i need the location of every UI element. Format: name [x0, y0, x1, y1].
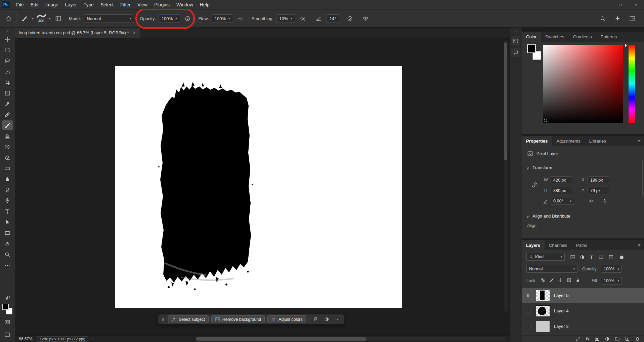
width-field[interactable]: 420 px — [551, 176, 572, 184]
search-button[interactable] — [598, 13, 608, 24]
dodge-tool[interactable] — [2, 185, 13, 195]
layers-blend-mode-select[interactable]: Normal ▾ — [526, 265, 577, 273]
tab-layers[interactable]: Layers — [522, 240, 545, 250]
tab-swatches[interactable]: Swatches — [541, 32, 568, 42]
tab-channels[interactable]: Channels — [545, 240, 572, 250]
new-group-button[interactable] — [615, 336, 620, 341]
lock-artboard-button[interactable] — [566, 277, 572, 283]
layer-visibility-toggle[interactable] — [522, 308, 534, 314]
menu-window[interactable]: Window — [173, 0, 197, 9]
layer-row[interactable]: Layer 3 — [522, 319, 644, 334]
clone-stamp-tool[interactable] — [2, 131, 13, 141]
y-field[interactable]: 79 px — [588, 187, 609, 194]
color-picker-cursor[interactable] — [544, 119, 547, 122]
zoom-tool[interactable] — [2, 250, 13, 259]
tab-libraries[interactable]: Libraries — [585, 136, 610, 146]
zoom-level[interactable]: 66.67% — [19, 337, 33, 341]
menu-file[interactable]: File — [13, 0, 27, 9]
tab-close-icon[interactable]: × — [133, 30, 136, 35]
vertical-scrollbar[interactable] — [504, 40, 508, 312]
pressure-opacity-button[interactable] — [183, 13, 193, 24]
section-chevron-icon[interactable]: ∨ — [526, 166, 529, 170]
filter-smart-objects-button[interactable] — [608, 254, 614, 261]
crop-tool[interactable] — [2, 77, 13, 87]
default-swap-colors-button[interactable] — [2, 294, 13, 301]
home-button[interactable] — [3, 13, 13, 24]
filter-type-layers-button[interactable]: T — [588, 254, 595, 261]
rectangle-tool[interactable] — [2, 228, 13, 238]
history-brush-tool[interactable] — [2, 142, 13, 152]
minimize-button[interactable]: — — [597, 0, 612, 9]
canvas-document[interactable] — [115, 66, 402, 308]
hand-tool[interactable] — [2, 239, 13, 249]
saturation-brightness-field[interactable] — [543, 45, 623, 123]
dock-collapse-button[interactable]: « — [515, 29, 517, 34]
panel-menu-icon[interactable]: ≡ — [635, 240, 644, 250]
close-button[interactable]: × — [628, 0, 644, 9]
layer-name[interactable]: Layer 3 — [554, 324, 568, 329]
menu-view[interactable]: View — [134, 0, 151, 9]
layer-row[interactable]: Layer 4 — [522, 303, 644, 318]
add-layer-mask-button[interactable] — [595, 336, 600, 341]
status-chevron-icon[interactable]: › — [92, 337, 94, 341]
filter-shape-layers-button[interactable] — [598, 254, 604, 261]
taskbar-contrast-button[interactable] — [323, 315, 331, 323]
quick-mask-button[interactable] — [2, 317, 13, 327]
tab-adjustments[interactable]: Adjustments — [552, 136, 585, 146]
flip-vertical-button[interactable] — [601, 197, 608, 205]
panel-menu-icon[interactable]: ≡ — [635, 136, 644, 146]
tab-properties[interactable]: Properties — [522, 136, 552, 146]
layer-filter-kind-select[interactable]: Kind ▾ — [526, 253, 565, 261]
brush-angle-field[interactable]: 14° — [327, 14, 339, 23]
lock-all-button[interactable] — [575, 277, 581, 283]
blend-mode-select[interactable]: Normal ▾ — [84, 14, 134, 23]
layer-name[interactable]: Layer 5 — [554, 293, 568, 298]
layer-name[interactable]: Layer 4 — [554, 308, 568, 313]
layer-row[interactable]: Layer 5 — [522, 288, 644, 303]
toggle-brush-settings-button[interactable] — [53, 13, 63, 24]
screen-mode-button[interactable] — [2, 330, 13, 339]
flow-select[interactable]: 100% ▾ — [212, 14, 233, 23]
foreground-color-swatch[interactable] — [527, 44, 536, 53]
tab-color[interactable]: Color — [522, 32, 541, 42]
eyedropper-tool[interactable] — [2, 99, 13, 109]
gradient-tool[interactable] — [2, 163, 13, 173]
tab-paths[interactable]: Paths — [572, 240, 592, 250]
layer-filter-toggle[interactable] — [620, 256, 624, 259]
document-tab[interactable]: long haired tuxedo cat.psd @ 66.7% (Laye… — [15, 28, 140, 38]
height-field[interactable]: 880 px — [551, 187, 572, 194]
edit-toolbar-button[interactable] — [2, 260, 13, 270]
layer-thumbnail[interactable] — [536, 305, 550, 317]
pasteboard[interactable]: Select subject Remove background Adjust … — [15, 38, 510, 335]
tab-gradients[interactable]: Gradients — [568, 32, 596, 42]
link-layers-button[interactable] — [575, 336, 581, 341]
workspace-switcher-button[interactable] — [627, 13, 637, 24]
chevron-down-icon[interactable]: ▾ — [49, 17, 51, 20]
move-tool[interactable] — [2, 34, 13, 44]
taskbar-properties-button[interactable] — [312, 315, 320, 323]
path-selection-tool[interactable] — [2, 217, 13, 227]
object-selection-tool[interactable] — [2, 67, 13, 76]
lock-paint-button[interactable] — [549, 277, 555, 283]
adjust-colors-button[interactable]: Adjust colors — [267, 315, 306, 323]
blur-tool[interactable] — [2, 174, 13, 184]
spot-healing-brush-tool[interactable] — [2, 110, 13, 119]
collapsed-panels-button[interactable] — [511, 36, 520, 45]
filter-adjustment-layers-button[interactable] — [579, 254, 586, 261]
opacity-select[interactable]: 100% ▾ — [159, 14, 180, 23]
marquee-tool[interactable] — [2, 45, 13, 55]
discover-button[interactable] — [612, 13, 622, 24]
link-dimensions-button[interactable] — [530, 178, 539, 192]
paint-symmetry-button[interactable] — [361, 13, 371, 24]
horizontal-scrollbar[interactable] — [195, 337, 506, 341]
fill-field[interactable]: 100% ▾ — [601, 277, 622, 284]
menu-filter[interactable]: Filter — [117, 0, 134, 9]
lock-position-button[interactable] — [557, 277, 563, 283]
menu-help[interactable]: Help — [197, 0, 213, 9]
menu-image[interactable]: Image — [42, 0, 62, 9]
eraser-tool[interactable] — [2, 153, 13, 162]
taskbar-more-button[interactable] — [334, 315, 342, 323]
rotation-field[interactable]: 0.00° ▾ — [551, 197, 574, 205]
menu-layer[interactable]: Layer — [62, 0, 80, 9]
lock-transparency-button[interactable] — [540, 277, 546, 283]
